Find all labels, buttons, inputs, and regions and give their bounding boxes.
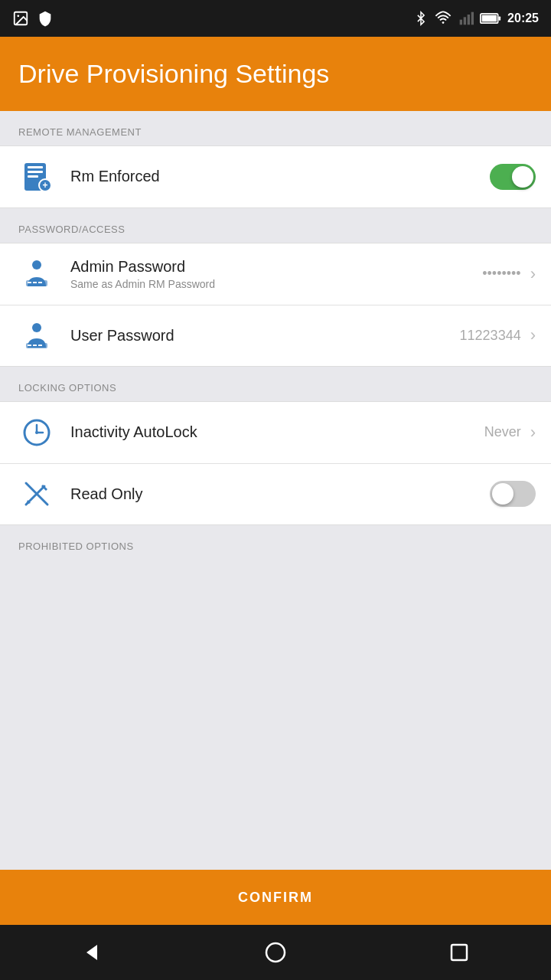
nav-bar (0, 925, 551, 980)
user-password-item[interactable]: User Password 11223344 › (0, 305, 551, 366)
rm-enforced-item[interactable]: + Rm Enforced (0, 146, 551, 207)
page-title: Drive Provisioning Settings (18, 58, 533, 90)
svg-point-16 (32, 260, 41, 270)
svg-rect-25 (38, 345, 42, 346)
svg-rect-36 (452, 945, 467, 960)
svg-rect-18 (28, 282, 31, 283)
clock-icon (15, 416, 58, 449)
confirm-button[interactable]: CONFIRM (0, 870, 551, 925)
locking-options-card: Inactivity AutoLock Never › Read Only (0, 401, 551, 525)
shield-icon (37, 10, 54, 27)
inactivity-autolock-value: Never (484, 424, 521, 440)
read-only-text: Read Only (70, 485, 490, 503)
svg-rect-11 (28, 166, 43, 168)
rm-enforced-icon: + (15, 160, 58, 194)
remote-management-card: + Rm Enforced (0, 145, 551, 208)
svg-point-1 (17, 15, 19, 17)
svg-rect-20 (38, 282, 42, 283)
user-icon-svg (20, 318, 54, 352)
home-icon (265, 942, 286, 963)
rm-enforced-toggle[interactable] (490, 164, 536, 190)
inactivity-autolock-item[interactable]: Inactivity AutoLock Never › (0, 402, 551, 463)
read-only-svg (20, 477, 54, 511)
section-header-locking: LOCKING OPTIONS (0, 367, 551, 401)
svg-rect-13 (28, 175, 38, 178)
svg-rect-6 (471, 12, 474, 25)
section-header-password-access: PASSWORD/ACCESS (0, 208, 551, 243)
clock-svg (20, 416, 54, 449)
read-only-item[interactable]: Read Only (0, 463, 551, 524)
status-bar-right-icons: 20:25 (414, 10, 539, 27)
admin-password-item[interactable]: Admin Password Same as Admin RM Password… (0, 243, 551, 305)
back-button[interactable] (69, 929, 115, 975)
confirm-bar: CONFIRM (0, 870, 551, 925)
rm-enforced-title: Rm Enforced (70, 168, 490, 185)
rm-enforced-text: Rm Enforced (70, 168, 490, 185)
read-only-icon (15, 477, 58, 511)
user-password-text: User Password (70, 327, 460, 345)
admin-password-value: •••••••• (482, 266, 520, 282)
svg-text:+: + (42, 180, 47, 191)
battery-icon (480, 11, 501, 25)
user-password-chevron: › (530, 325, 536, 345)
admin-password-subtitle: Same as Admin RM Password (70, 278, 482, 290)
svg-rect-24 (33, 345, 37, 346)
admin-password-chevron: › (530, 264, 536, 284)
svg-rect-5 (468, 15, 470, 24)
svg-point-35 (266, 943, 285, 962)
svg-marker-34 (86, 945, 97, 960)
bluetooth-icon (414, 10, 428, 27)
password-access-card: Admin Password Same as Admin RM Password… (0, 243, 551, 367)
rm-icon-svg: + (20, 160, 54, 194)
svg-rect-3 (460, 20, 462, 25)
recent-icon (449, 942, 469, 962)
svg-point-21 (32, 323, 41, 332)
status-bar-left-icons (12, 10, 54, 27)
section-header-remote-management: REMOTE MANAGEMENT (0, 111, 551, 145)
inactivity-autolock-title: Inactivity AutoLock (70, 423, 484, 441)
svg-rect-19 (33, 282, 37, 283)
home-button[interactable] (253, 929, 298, 975)
admin-icon-svg (20, 257, 54, 291)
page-header: Drive Provisioning Settings (0, 37, 551, 111)
recent-button[interactable] (436, 929, 482, 975)
svg-rect-12 (28, 171, 43, 173)
status-bar: 20:25 (0, 0, 551, 37)
read-only-title: Read Only (70, 485, 490, 503)
user-password-icon (15, 318, 58, 352)
user-password-title: User Password (70, 327, 460, 345)
admin-password-title: Admin Password (70, 258, 482, 276)
user-password-value: 11223344 (460, 328, 521, 344)
signal-icon (458, 10, 474, 27)
svg-point-2 (442, 21, 445, 24)
svg-rect-23 (28, 345, 31, 346)
time-display: 20:25 (507, 11, 539, 25)
svg-rect-4 (464, 17, 466, 24)
rm-enforced-toggle-thumb (512, 166, 533, 188)
inactivity-autolock-chevron: › (530, 423, 536, 443)
svg-point-29 (35, 431, 38, 434)
svg-rect-8 (482, 15, 497, 22)
admin-password-icon (15, 257, 58, 291)
wifi-icon (434, 10, 452, 27)
section-header-prohibited: PROHIBITED OPTIONS (0, 525, 551, 560)
back-icon (80, 941, 103, 964)
admin-password-text: Admin Password Same as Admin RM Password (70, 258, 482, 290)
content-area: REMOTE MANAGEMENT + Rm Enforced (0, 111, 551, 870)
image-icon (12, 10, 29, 27)
svg-rect-9 (499, 16, 501, 20)
inactivity-autolock-text: Inactivity AutoLock (70, 423, 484, 441)
read-only-toggle[interactable] (490, 481, 536, 507)
